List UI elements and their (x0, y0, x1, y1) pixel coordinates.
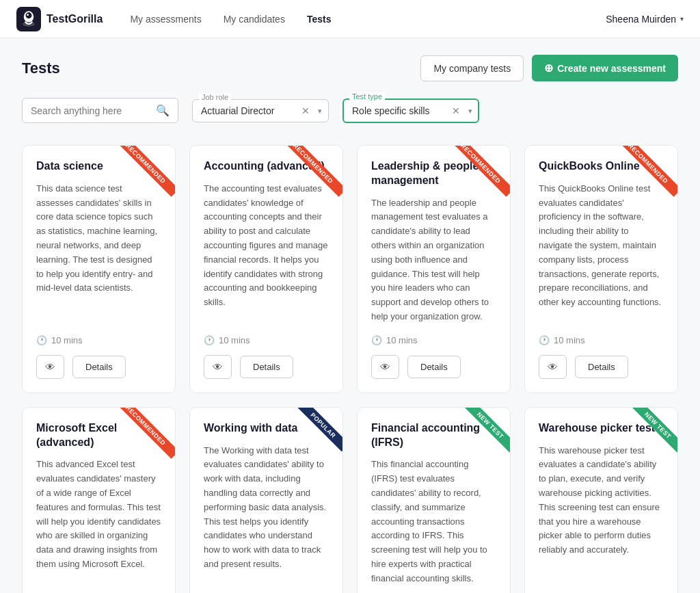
page-header: Tests My company tests ⊕ Create new asse… (22, 55, 678, 81)
job-role-filter: Job role Actuarial Director ✕ ▾ (192, 99, 329, 122)
clock-icon: 🕐 (371, 335, 382, 345)
card-description: This data science test assesses candidat… (36, 182, 161, 324)
eye-icon: 👁 (380, 361, 390, 373)
test-type-label: Test type (349, 92, 385, 101)
test-card: NEW TEST Warehouse picker test This ware… (524, 407, 678, 593)
job-role-label: Job role (199, 93, 231, 101)
test-card: RECOMMENDED QuickBooks Online This Quick… (524, 145, 678, 393)
test-card: RECOMMENDED Microsoft Excel (advanced) T… (22, 407, 176, 593)
card-actions: 👁 Details (371, 355, 496, 379)
clock-icon: 🕐 (36, 335, 47, 345)
test-card: RECOMMENDED Accounting (advanced) The ac… (189, 145, 343, 393)
create-assessment-button[interactable]: ⊕ Create new assessment (532, 55, 678, 81)
card-time: 🕐 10 mins (204, 335, 329, 345)
card-title: Data science (36, 159, 161, 174)
test-card: POPULAR Working with data The Working wi… (189, 407, 343, 593)
clock-icon: 🕐 (204, 335, 215, 345)
time-label: 10 mins (554, 335, 585, 345)
test-type-clear-icon[interactable]: ✕ (452, 105, 460, 116)
nav-tests[interactable]: Tests (307, 14, 332, 25)
search-box: 🔍 (22, 98, 178, 123)
preview-button[interactable]: 👁 (371, 355, 399, 379)
eye-icon: 👁 (45, 361, 55, 373)
card-title: QuickBooks Online (539, 159, 664, 174)
page-content: Tests My company tests ⊕ Create new asse… (0, 38, 700, 593)
card-description: This financial accounting (IFRS) test ev… (371, 458, 496, 585)
eye-icon: 👁 (548, 361, 558, 373)
clock-icon: 🕐 (539, 335, 550, 345)
card-actions: 👁 Details (539, 355, 664, 379)
details-button[interactable]: Details (575, 356, 628, 378)
page-title: Tests (22, 60, 60, 77)
card-description: The leadership and people management tes… (371, 196, 496, 324)
card-actions: 👁 Details (36, 355, 161, 379)
preview-button[interactable]: 👁 (36, 355, 64, 379)
card-title: Working with data (204, 421, 329, 436)
card-title: Leadership & people management (371, 159, 496, 188)
card-description: This QuickBooks Online test evaluates ca… (539, 182, 664, 324)
card-time: 🕐 10 mins (539, 335, 664, 345)
company-tests-button[interactable]: My company tests (420, 55, 524, 81)
search-input[interactable] (31, 105, 150, 116)
header-actions: My company tests ⊕ Create new assessment (420, 55, 678, 81)
filters-row: 🔍 Job role Actuarial Director ✕ ▾ Test t… (22, 98, 678, 123)
user-name: Sheena Muirden (606, 14, 676, 25)
svg-point-3 (27, 14, 29, 16)
details-button[interactable]: Details (72, 356, 126, 378)
preview-button[interactable]: 👁 (204, 355, 232, 379)
navbar: TestGorilla My assessments My candidates… (0, 0, 700, 38)
card-title: Accounting (advanced) (204, 159, 329, 174)
user-chevron-icon: ▾ (680, 15, 684, 23)
test-type-select-wrapper: Role specific skills ✕ ▾ (342, 98, 479, 123)
card-title: Microsoft Excel (advanced) (36, 421, 161, 450)
card-description: The Working with data test evaluates can… (204, 444, 329, 586)
card-description: This advanced Excel test evaluates candi… (36, 458, 161, 585)
user-menu[interactable]: Sheena Muirden ▾ (606, 14, 684, 25)
test-card: RECOMMENDED Data science This data scien… (22, 145, 176, 393)
nav-my-assessments[interactable]: My assessments (130, 14, 201, 25)
svg-point-2 (26, 12, 32, 18)
details-button[interactable]: Details (240, 356, 293, 378)
preview-button[interactable]: 👁 (539, 355, 567, 379)
search-icon: 🔍 (156, 104, 170, 117)
test-card: NEW TEST Financial accounting (IFRS) Thi… (357, 407, 511, 593)
job-role-select-wrapper: Actuarial Director ✕ ▾ (192, 99, 329, 122)
nav-links: My assessments My candidates Tests (130, 14, 606, 25)
card-description: This warehouse picker test evaluates a c… (539, 444, 664, 586)
cards-grid: RECOMMENDED Data science This data scien… (22, 145, 678, 593)
test-type-filter: Test type Role specific skills ✕ ▾ (342, 98, 479, 123)
time-label: 10 mins (219, 335, 250, 345)
time-label: 10 mins (51, 335, 83, 345)
logo-text: TestGorilla (46, 13, 103, 25)
card-title: Warehouse picker test (539, 421, 664, 436)
logo-icon (16, 7, 41, 31)
card-title: Financial accounting (IFRS) (371, 421, 496, 450)
details-button[interactable]: Details (407, 356, 461, 378)
card-time: 🕐 10 mins (36, 335, 161, 345)
time-label: 10 mins (386, 335, 418, 345)
job-role-clear-icon[interactable]: ✕ (301, 105, 310, 116)
nav-my-candidates[interactable]: My candidates (224, 14, 285, 25)
plus-circle-icon: ⊕ (544, 62, 553, 75)
card-time: 🕐 10 mins (371, 335, 496, 345)
test-card: RECOMMENDED Leadership & people manageme… (357, 145, 511, 393)
card-actions: 👁 Details (204, 355, 329, 379)
logo[interactable]: TestGorilla (16, 7, 103, 31)
eye-icon: 👁 (213, 361, 223, 373)
card-description: The accounting test evaluates candidates… (204, 182, 329, 324)
